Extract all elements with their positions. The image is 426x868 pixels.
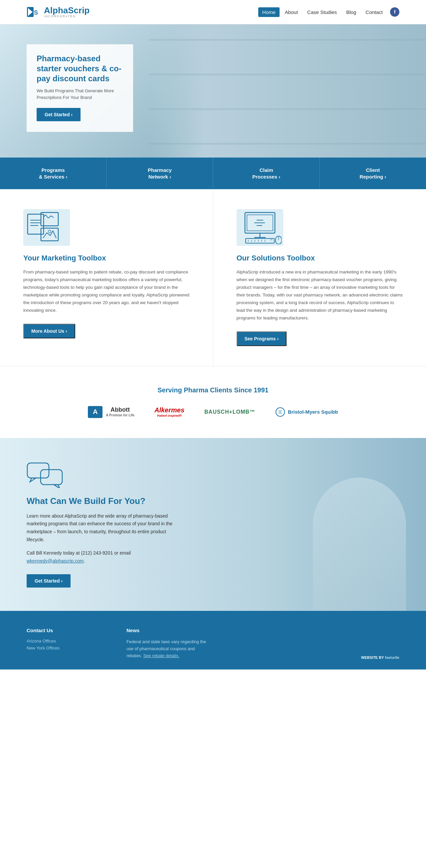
footer-credit-prefix: WEBSITE BY	[361, 655, 384, 659]
footer-news-col: News Federal and state laws vary regardi…	[127, 627, 206, 659]
footer-news-text: Federal and state laws vary regarding th…	[127, 639, 206, 659]
service-claim-processes[interactable]: ClaimProcesses ›	[213, 158, 320, 189]
site-header: S AlphaScrip INCORPORATED Home About Cas…	[0, 0, 426, 24]
toolbox-solutions-svg	[238, 211, 282, 244]
cta-section: What Can We Build For You? Learn more ab…	[0, 438, 426, 611]
bristol-myers-text: Bristol-Myers Squibb	[288, 409, 338, 415]
hero-section: Pharmacy-based starter vouchers & co-pay…	[0, 24, 426, 158]
hero-title: Pharmacy-based starter vouchers & co-pay…	[37, 54, 123, 84]
service-client-reporting[interactable]: ClientReporting ›	[320, 158, 426, 189]
abbott-tagline: A Promise for Life	[106, 413, 134, 417]
toolbox-marketing-svg	[25, 211, 68, 244]
footer-arizona-link[interactable]: Arizona Offices	[27, 639, 106, 644]
svg-line-16	[48, 216, 51, 218]
services-bar: Programs& Services › PharmacyNetwork › C…	[0, 158, 426, 189]
service-pharmacy-network[interactable]: PharmacyNetwork ›	[106, 158, 213, 189]
nav-blog[interactable]: Blog	[342, 7, 360, 17]
solutions-toolbox-title: Our Solutions Toolbox	[237, 254, 403, 262]
svg-rect-38	[27, 463, 49, 478]
more-about-us-button[interactable]: More About Us ›	[23, 324, 75, 338]
footer-credit: WEBSITE BY fasturtle	[361, 655, 399, 659]
cta-content: What Can We Build For You? Learn more ab…	[0, 438, 200, 611]
solutions-toolbox-icon	[237, 209, 283, 246]
marketing-toolbox-col: Your Marketing Toolbox From pharmacy-bas…	[0, 189, 213, 366]
cta-title: What Can We Build For You?	[27, 496, 173, 506]
footer-news-title: News	[127, 627, 206, 633]
chat-bubbles-icon	[27, 461, 63, 488]
hero-content-box: Pharmacy-based starter vouchers & co-pay…	[27, 44, 133, 132]
abbott-logo: Abbott A Promise for Life	[88, 406, 134, 418]
clients-title: Serving Pharma Clients Since 1991	[27, 386, 399, 394]
svg-point-19	[48, 230, 51, 233]
svg-rect-8	[149, 143, 426, 145]
nav-home[interactable]: Home	[258, 7, 280, 17]
service-programs[interactable]: Programs& Services ›	[0, 158, 106, 189]
svg-rect-7	[149, 108, 426, 110]
svg-marker-39	[30, 478, 36, 482]
svg-rect-27	[245, 239, 274, 243]
facebook-icon[interactable]: f	[390, 7, 399, 17]
hero-cta-button[interactable]: Get Started ›	[37, 108, 80, 121]
hero-image	[149, 24, 426, 158]
nav-contact[interactable]: Contact	[361, 7, 387, 17]
cta-text: Learn more about AlphaScrip and the wide…	[27, 512, 173, 544]
footer-rebate-link[interactable]: See rebate details.	[143, 653, 179, 658]
svg-rect-6	[149, 73, 426, 75]
footer-contact-title: Contact Us	[27, 627, 106, 633]
bausch-lomb-logo: BAUSCH+LOMB™	[204, 409, 255, 415]
cta-get-started-button[interactable]: Get Started ›	[27, 574, 71, 588]
alkermes-logo: Alkermes Patient inspired®	[155, 406, 185, 417]
logo-icon: S	[27, 5, 41, 19]
marketing-toolbox-text: From pharmacy-based sampling to patient …	[23, 269, 190, 314]
svg-point-37	[276, 408, 285, 416]
nav-about[interactable]: About	[281, 7, 302, 17]
main-nav: Home About Case Studies Blog Contact f	[258, 7, 399, 17]
marketing-toolbox-title: Your Marketing Toolbox	[23, 254, 190, 262]
solutions-toolbox-text: AlphaScrip introduced a new era in pharm…	[237, 269, 403, 322]
cta-email-link[interactable]: wkennedy@alphascrip.com	[27, 558, 84, 564]
abbott-icon	[88, 406, 102, 418]
alkermes-name: Alkermes	[155, 406, 185, 414]
svg-line-15	[45, 215, 48, 218]
site-footer: Contact Us Arizona Offices New York Offi…	[0, 611, 426, 669]
abbott-name: Abbott	[106, 406, 134, 414]
hero-subtitle: We Build Programs That Generate More Pre…	[37, 88, 123, 101]
alkermes-tagline: Patient inspired®	[155, 414, 185, 417]
svg-rect-5	[149, 39, 426, 41]
bristol-myers-logo: Bristol-Myers Squibb	[275, 407, 338, 417]
two-col-section: Your Marketing Toolbox From pharmacy-bas…	[0, 189, 426, 366]
svg-text:S: S	[34, 9, 38, 16]
cta-person-image	[313, 477, 406, 611]
bausch-lomb-text: BAUSCH+LOMB™	[204, 409, 255, 415]
logo-name: AlphaScrip	[44, 5, 90, 15]
footer-newyork-link[interactable]: New York Offices	[27, 646, 106, 651]
footer-credit-name: fasturtle	[385, 655, 399, 659]
footer-contact-col: Contact Us Arizona Offices New York Offi…	[27, 627, 106, 659]
logo[interactable]: S AlphaScrip INCORPORATED	[27, 5, 90, 19]
solutions-toolbox-col: Our Solutions Toolbox AlphaScrip introdu…	[213, 189, 426, 366]
cta-contact-text: Call Bill Kennedy today at (212) 243-920…	[27, 550, 131, 556]
nav-case-studies[interactable]: Case Studies	[303, 7, 341, 17]
clients-logos: Abbott A Promise for Life Alkermes Patie…	[27, 406, 399, 418]
bristol-icon	[275, 407, 285, 417]
cta-icon	[27, 461, 173, 488]
marketing-toolbox-icon	[23, 209, 70, 246]
svg-rect-40	[41, 470, 62, 485]
clients-section: Serving Pharma Clients Since 1991 Abbott…	[0, 366, 426, 438]
svg-marker-41	[54, 485, 60, 488]
svg-line-17	[51, 216, 54, 217]
cta-contact: Call Bill Kennedy today at (212) 243-920…	[27, 549, 173, 565]
see-programs-button[interactable]: See Programs ›	[237, 332, 287, 346]
